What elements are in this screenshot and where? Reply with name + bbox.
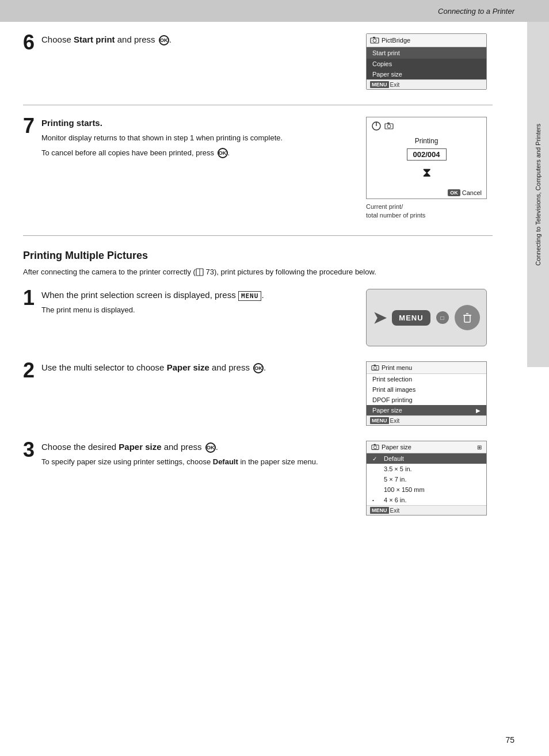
step-7-detail1: Monitor display returns to that shown in… [41, 132, 354, 144]
paper-size-row-2: 5 × 7 in. [367, 474, 486, 484]
cancel-row: OK Cancel [367, 187, 486, 198]
paper-size-row-3: 100 × 150 mm [367, 484, 486, 495]
step-s2-1-row: 1 When the print selection screen is dis… [23, 289, 493, 346]
print-menu-row-1: Print selection [367, 374, 486, 384]
ok-badge-cancel: OK [448, 189, 460, 196]
menu-label-s2-3: MENU [370, 507, 389, 514]
screen-6-footer: MENU Exit [367, 79, 486, 89]
hourglass-icon: ⧗ [371, 165, 482, 180]
svg-rect-2 [373, 37, 375, 38]
menu-inline-label: MENU [238, 291, 262, 301]
step-s2-2-screen: Print menu Print selection Print all ima… [366, 361, 487, 426]
svg-point-6 [387, 125, 391, 128]
step-6-screen: PictBridge Start print Copies Paper size… [366, 33, 487, 90]
ok-symbol-6: OK [159, 35, 169, 45]
step-7-text: Printing starts. Monitor display returns… [41, 117, 354, 162]
chevron-right-icon: ▶ [476, 407, 481, 414]
svg-rect-7 [387, 123, 390, 124]
step-7-detail2: To cancel before all copies have been pr… [41, 147, 354, 159]
section-divider [23, 235, 493, 236]
sidebar-tab: Connecting to Televisions, Computers and… [527, 22, 549, 367]
step-6-row: 6 Choose Start print and press OK. [23, 33, 493, 90]
small-button-visual: □ [436, 311, 449, 324]
screen-6-row-copies: Copies [367, 59, 486, 69]
step-7-left: 7 Printing starts. Monitor display retur… [23, 117, 354, 162]
screen-6-header: PictBridge [367, 34, 486, 47]
paper-size-header-text: Paper size [382, 444, 411, 450]
step-s2-1-instruction: When the print selection screen is displ… [41, 289, 354, 301]
camera-btn-row: ➤ MENU □ [373, 305, 479, 330]
step-s2-3-detail: To specify paper size using printer sett… [41, 456, 354, 468]
book-icon [196, 268, 204, 276]
sidebar-tab-text: Connecting to Televisions, Computers and… [534, 124, 542, 266]
power-icon [371, 121, 382, 131]
bullet-icon: • [372, 498, 380, 503]
step-s2-3-left: 3 Choose the desired Paper size and pres… [23, 441, 354, 471]
step-s2-2-row: 2 Use the multi selector to choose Paper… [23, 361, 493, 426]
print-menu-header: Print menu [367, 362, 486, 374]
section-2-heading: Printing Multiple Pictures [23, 250, 493, 262]
ok-symbol-s2-2: OK [253, 363, 264, 373]
divider-after-6 [23, 105, 493, 105]
step-s2-1-camera-img: ➤ MENU □ [366, 289, 493, 346]
step-7-caption: Current print/total number of prints [366, 203, 493, 220]
camera-icon-s2-2 [371, 364, 379, 372]
step-s2-1-subtext: The print menu is displayed. [41, 304, 354, 316]
header-bar: Connecting to a Printer [0, 0, 549, 22]
round-button-visual [455, 305, 480, 330]
paper-size-row-4: • 4 × 6 in. [367, 495, 486, 505]
arrow-right-icon: ➤ [373, 308, 386, 327]
step-6-instruction: Choose Start print and press OK. [41, 33, 354, 45]
step-s2-3-row: 3 Choose the desired Paper size and pres… [23, 441, 493, 516]
paper-size-row-default: ✓ Default [367, 453, 486, 464]
svg-point-17 [373, 446, 376, 449]
step-s2-3-number: 3 [23, 440, 35, 460]
camera-icon-6 [370, 36, 379, 45]
step-7-screen: Printing 002/004 ⧗ OK Cancel [366, 117, 487, 199]
camera-icon-s2-3 [371, 443, 379, 451]
print-menu-header-text: Print menu [382, 364, 412, 371]
step-6-text: Choose Start print and press OK. [41, 33, 354, 49]
paper-size-footer: MENU Exit [367, 505, 486, 515]
print-menu-row-3: DPOF printing [367, 395, 486, 405]
menu-button-visual: MENU [392, 310, 430, 326]
header-title: Connecting to a Printer [438, 7, 514, 16]
paper-size-row-1: 3.5 × 5 in. [367, 464, 486, 474]
step-7-title: Printing starts. [41, 117, 354, 129]
svg-rect-15 [373, 365, 376, 366]
screen-6-header-text: PictBridge [382, 37, 410, 44]
printing-counter: 002/004 [407, 148, 447, 161]
camera-small-icon [384, 121, 394, 131]
printing-label: Printing [371, 137, 482, 145]
menu-label-6: MENU [370, 81, 389, 88]
resize-icon: ⊞ [477, 444, 482, 450]
svg-point-14 [373, 366, 376, 369]
step-s2-1-number: 1 [23, 288, 35, 308]
step-s2-3-text: Choose the desired Paper size and press … [41, 441, 354, 471]
step-7-screen-body: Printing 002/004 ⧗ [367, 132, 486, 187]
svg-point-1 [373, 39, 376, 43]
checkmark-icon: ✓ [372, 456, 380, 462]
step-6-left: 6 Choose Start print and press OK. [23, 33, 354, 53]
step-s2-3-screen-container: Paper size ⊞ ✓ Default 3.5 × 5 in. [366, 441, 493, 516]
trash-icon [460, 311, 474, 324]
ok-symbol-7: OK [218, 148, 228, 158]
screen-6-selected-row: Start print [367, 47, 486, 59]
page-number: 75 [505, 735, 514, 744]
svg-rect-10 [464, 315, 470, 322]
print-menu-row-2: Print all images [367, 384, 486, 395]
step-6-screen-container: PictBridge Start print Copies Paper size… [366, 33, 493, 90]
page-container: Connecting to a Printer Connecting to Te… [0, 0, 549, 756]
ok-symbol-s2-3: OK [205, 442, 216, 453]
step-s2-2-text: Use the multi selector to choose Paper s… [41, 361, 354, 377]
svg-rect-18 [373, 444, 376, 445]
camera-buttons-visual: ➤ MENU □ [366, 289, 487, 346]
section-2-intro: After connecting the camera to the print… [23, 266, 493, 278]
step-7-row: 7 Printing starts. Monitor display retur… [23, 117, 493, 220]
print-menu-row-highlighted: Paper size ▶ [367, 405, 486, 415]
step-6-number: 6 [23, 32, 35, 53]
paper-size-header: Paper size ⊞ [367, 441, 486, 453]
step-s2-1-left: 1 When the print selection screen is dis… [23, 289, 354, 319]
step-s2-1-text: When the print selection screen is displ… [41, 289, 354, 319]
step-7-number: 7 [23, 116, 35, 136]
